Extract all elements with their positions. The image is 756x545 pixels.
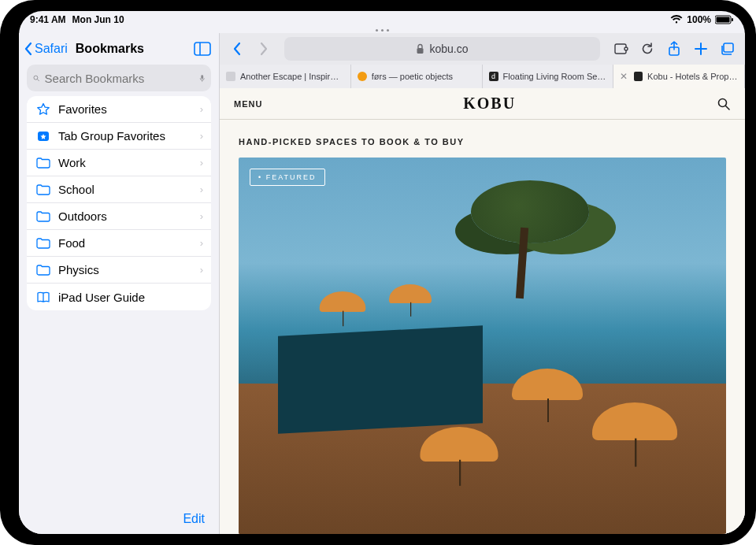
sidebar-item-outdoors[interactable]: Outdoors ›: [27, 203, 211, 230]
tab-label: førs — poetic objects: [372, 72, 453, 81]
browser-toolbar: kobu.co: [220, 33, 745, 65]
chevron-right-icon: ›: [200, 184, 203, 195]
tabs-overview-button[interactable]: [717, 38, 739, 60]
sidebar-item-work[interactable]: Work ›: [27, 150, 211, 176]
reload-button[interactable]: [636, 38, 658, 60]
battery-percent: 100%: [687, 14, 711, 25]
folder-icon: [35, 158, 52, 169]
screen: 9:41 AM Mon Jun 10 100% Safa: [19, 11, 745, 534]
svg-rect-14: [724, 43, 733, 52]
favicon-icon: [226, 72, 235, 81]
site-header: MENU KOBU: [220, 88, 745, 120]
sidebar-item-ipad-user-guide[interactable]: iPad User Guide: [27, 284, 211, 310]
favicon-icon: [634, 72, 643, 81]
bookmarks-list: Favorites › Tab Group Favorites › Work ›: [27, 96, 211, 310]
svg-point-12: [624, 47, 628, 50]
tab-strip: Another Escape | Inspir… førs — poetic o…: [220, 65, 745, 88]
svg-line-16: [725, 106, 729, 109]
svg-rect-7: [201, 75, 203, 79]
battery-icon: [715, 15, 734, 24]
folder-icon: [35, 184, 52, 195]
puzzle-icon: [613, 43, 628, 55]
sidebar-item-label: Physics: [52, 263, 200, 276]
extensions-button[interactable]: [610, 38, 632, 60]
chevron-left-icon: [24, 42, 33, 56]
search-icon: [33, 72, 40, 84]
share-button[interactable]: [663, 38, 685, 60]
menu-button[interactable]: MENU: [234, 99, 262, 109]
chevron-right-icon: ›: [200, 264, 203, 276]
sidebar-item-label: School: [52, 183, 200, 196]
chevron-left-icon: [232, 42, 243, 56]
folder-icon: [35, 265, 52, 276]
hero-umbrella-shape: [512, 369, 583, 400]
hero-umbrella-shape: [319, 291, 365, 312]
sidebar-item-label: Work: [52, 156, 200, 169]
toggle-sidebar-button[interactable]: [194, 42, 211, 56]
browser-pane: kobu.co Another Escape | Inspir…: [220, 33, 745, 534]
tabs-icon: [720, 42, 736, 56]
search-input[interactable]: [45, 72, 195, 85]
folder-icon: [35, 238, 52, 249]
sidebar-item-label: Outdoors: [52, 209, 200, 223]
status-time: 9:41 AM: [30, 14, 66, 25]
ipad-frame: 9:41 AM Mon Jun 10 100% Safa: [0, 0, 756, 545]
favicon-icon: [358, 72, 367, 81]
tab-floating-living-room[interactable]: d Floating Living Room Se…: [483, 65, 614, 88]
status-date: Mon Jun 10: [72, 14, 124, 25]
hero-pool-shape: [278, 325, 483, 434]
back-label: Safari: [35, 42, 68, 56]
tab-kobu[interactable]: ✕ Kobu - Hotels & Propert…: [613, 65, 745, 88]
search-icon: [717, 97, 731, 111]
plus-icon: [694, 42, 708, 56]
hero-umbrella-shape: [389, 284, 432, 303]
page-tagline: HAND-PICKED SPACES TO BOOK & TO BUY: [220, 120, 745, 158]
svg-rect-10: [417, 48, 424, 54]
tab-fors[interactable]: førs — poetic objects: [351, 65, 483, 88]
tab-label: Kobu - Hotels & Propert…: [647, 72, 738, 81]
close-tab-icon[interactable]: ✕: [620, 71, 628, 82]
share-icon: [667, 41, 681, 57]
bookmarks-sidebar: Safari Bookmarks: [19, 33, 220, 534]
back-button[interactable]: Safari: [24, 42, 68, 56]
dictation-icon[interactable]: [199, 72, 205, 85]
lock-icon: [416, 43, 424, 54]
nav-back-button[interactable]: [226, 38, 248, 60]
svg-line-6: [37, 79, 39, 80]
site-logo[interactable]: KOBU: [463, 95, 516, 113]
site-search-button[interactable]: [717, 97, 731, 111]
edit-button[interactable]: Edit: [183, 512, 205, 525]
favicon-icon: d: [489, 72, 498, 81]
sidebar-item-label: Favorites: [52, 102, 200, 116]
chevron-right-icon: ›: [200, 157, 203, 169]
svg-rect-3: [195, 43, 210, 55]
hero-tree-shape: [463, 180, 605, 298]
sidebar-item-school[interactable]: School ›: [27, 176, 211, 203]
address-bar[interactable]: kobu.co: [284, 37, 600, 61]
sidebar-item-physics[interactable]: Physics ›: [27, 257, 211, 284]
sidebar-item-food[interactable]: Food ›: [27, 230, 211, 257]
hero-image[interactable]: FEATURED: [239, 158, 726, 534]
featured-badge: FEATURED: [250, 169, 325, 186]
tab-label: Floating Living Room Se…: [503, 72, 606, 81]
new-tab-button[interactable]: [690, 38, 712, 60]
chevron-right-icon: ›: [200, 237, 203, 249]
chevron-right-icon: ›: [200, 130, 203, 142]
chevron-right-icon: [258, 42, 269, 56]
tab-another-escape[interactable]: Another Escape | Inspir…: [220, 65, 351, 88]
multitask-dots[interactable]: [19, 27, 745, 33]
tab-label: Another Escape | Inspir…: [240, 72, 339, 81]
svg-rect-2: [732, 18, 733, 21]
reload-icon: [640, 42, 654, 56]
sidebar-item-tab-group-favorites[interactable]: Tab Group Favorites ›: [27, 123, 211, 150]
search-bookmarks-field[interactable]: [27, 65, 211, 91]
web-page: MENU KOBU HAND-PICKED SPACES TO BOOK & T…: [220, 88, 745, 534]
sidebar-item-label: Tab Group Favorites: [52, 129, 200, 143]
svg-rect-1: [717, 17, 730, 23]
tab-star-icon: [35, 129, 52, 143]
sidebar-item-favorites[interactable]: Favorites ›: [27, 96, 211, 123]
address-text: kobu.co: [429, 43, 468, 55]
wifi-icon: [670, 15, 683, 24]
sidebar-item-label: Food: [52, 236, 200, 250]
book-icon: [35, 291, 52, 303]
